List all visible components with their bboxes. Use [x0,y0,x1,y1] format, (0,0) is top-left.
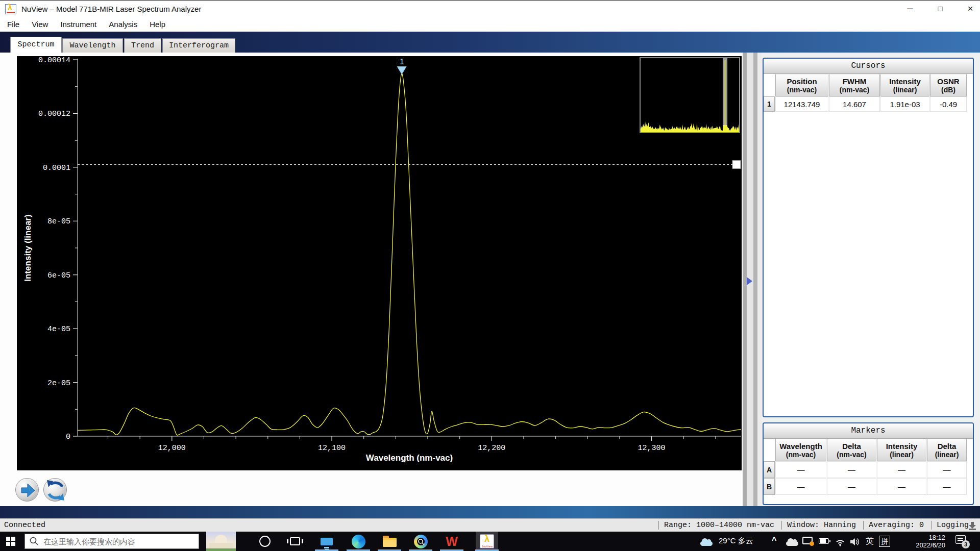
clock[interactable]: 18:12 2022/6/20 [894,534,945,549]
refresh-icon [44,479,67,502]
menu-help[interactable]: Help [150,20,165,29]
tray-time: 18:12 [894,534,945,541]
pc-app-icon[interactable] [319,534,334,549]
panel-splitter[interactable] [743,53,762,506]
spectrum-chart[interactable]: 02e-054e-056e-058e-050.00010.000120.0001… [17,56,742,470]
nuview-taskbar-button[interactable]: λNuView [476,532,498,551]
peak-cursor-marker[interactable] [397,66,406,74]
marker-a-wavelength: — [775,461,826,478]
close-button[interactable]: × [959,2,980,16]
onedrive-icon[interactable] [786,541,798,546]
cursors-panel-title: Cursors [764,59,973,74]
x-tick-label: 12,200 [478,444,505,453]
weather-icon[interactable] [700,541,713,546]
tab-spectrum[interactable]: Spectrum [10,37,62,53]
expand-panel-arrow-icon[interactable] [747,277,752,285]
marker-b-delta-nm: — [827,478,876,495]
y-tick-label: 2e-05 [47,379,70,388]
cursor-intensity-value: 1.91e-03 [880,96,929,112]
file-explorer-icon[interactable] [382,534,397,549]
col-delta-linear: Delta (linear) [927,439,967,461]
marker-row-id[interactable]: A [764,461,775,478]
y-tick-label: 8e-05 [47,217,70,226]
plot-area[interactable]: 02e-054e-056e-058e-050.00010.000120.0001… [17,56,742,470]
notification-badge: 3 [962,540,970,548]
threshold-cursor-handle[interactable] [732,161,741,169]
cursor-fwhm-value: 14.607 [829,96,880,112]
marker-b-wavelength: — [775,478,826,495]
spectrum-plot-panel: 02e-054e-056e-058e-050.00010.000120.0001… [0,53,743,506]
speaker-icon[interactable] [849,537,861,546]
edge-browser-icon[interactable] [351,534,366,549]
windows-taskbar: W λNuView 29°C 多云 ^ 英 拼 [0,532,980,551]
y-tick-label: 0.00012 [38,110,70,118]
refresh-button[interactable] [43,478,67,502]
play-button[interactable] [15,478,39,502]
overview-inset[interactable] [640,57,740,133]
ime-indicator[interactable]: 拼 [879,536,890,547]
bottom-accent-band [0,506,980,518]
x-axis-title: Wavelength (nm-vac) [366,453,453,463]
menu-view[interactable]: View [32,20,48,29]
start-button-icon[interactable] [6,537,15,546]
app-window: λ NuView – Model 771B-MIR Laser Spectrum… [0,0,980,551]
battery-icon[interactable] [819,538,829,544]
cursors-panel: Cursors Position (nm-vac) FWHM (nm-vac) … [763,58,974,417]
menu-file[interactable]: File [7,20,19,29]
logging-download-icon [968,521,977,530]
notification-center-icon[interactable]: 3 [955,535,966,544]
search-icon [29,536,39,546]
window-title: NuView – Model 771B-MIR Laser Spectrum A… [21,5,201,13]
col-wavelength: Wavelength (nm-vac) [775,439,826,461]
tray-expand-chevron-icon[interactable]: ^ [772,536,776,545]
wifi-icon[interactable] [835,537,845,546]
marker-b-delta-linear: — [927,478,967,495]
col-position: Position (nm-vac) [775,74,828,96]
tray-date: 2022/6/20 [894,541,945,549]
col-intensity: Intensity (linear) [880,74,929,96]
weather-label[interactable]: 29°C 多云 [719,536,753,546]
cortana-icon[interactable] [259,536,271,547]
tab-trend[interactable]: Trend [124,38,161,53]
app-logo-icon: λ [5,4,16,14]
minimize-button[interactable]: ─ [899,2,921,16]
corner-cell [764,74,775,96]
tab-band: Spectrum Wavelength Trend Interferogram [0,32,980,53]
col-osnr: OSNR (dB) [930,74,967,96]
y-tick-label: 6e-05 [47,271,70,280]
language-indicator[interactable]: 英 [866,536,874,547]
cursor-row-1: 1 12143.749 14.607 1.91e-03 -0.49 [764,96,973,112]
marker-row-id[interactable]: B [764,478,775,495]
y-tick-label: 0.0001 [43,164,70,172]
taskbar-search[interactable] [24,534,199,549]
status-averaging: Averaging: 0 [863,521,931,530]
tab-wavelength[interactable]: Wavelength [62,38,123,53]
marker-a-delta-linear: — [927,461,967,478]
search-input[interactable] [43,537,186,546]
nuview-app-icon: λNuView [480,534,494,548]
markers-panel: Markers Wavelength (nm-vac) Delta (nm-va… [763,422,974,505]
status-right-group: Range: 1000–14000 nm-vac Window: Hanning… [658,519,977,532]
task-view-icon[interactable] [290,537,300,545]
connection-status: Connected [4,521,45,530]
maximize-button[interactable]: □ [929,2,951,16]
sync-display-icon[interactable] [802,537,813,544]
corner-cell [764,439,775,461]
menu-instrument[interactable]: Instrument [60,20,96,29]
marker-a-delta-nm: — [827,461,876,478]
marker-row-a: A — — — — [764,461,973,478]
status-range: Range: 1000–14000 nm-vac [658,521,781,530]
x-tick-label: 12,000 [158,444,186,453]
y-tick-label: 0 [66,433,70,441]
news-widget-thumbnail[interactable] [206,532,236,551]
col-delta-nm: Delta (nm-vac) [827,439,876,461]
marker-b-intensity: — [877,478,926,495]
cursor-position-value: 12143.749 [775,96,828,112]
screenshot-tool-icon[interactable] [413,534,428,549]
y-tick-label: 0.00014 [38,56,70,65]
status-logging: Logging [931,521,971,530]
wps-office-icon[interactable]: W [444,534,459,549]
tab-interferogram[interactable]: Interferogram [162,38,235,53]
cursor-row-id[interactable]: 1 [764,96,775,112]
menu-analysis[interactable]: Analysis [109,20,137,29]
